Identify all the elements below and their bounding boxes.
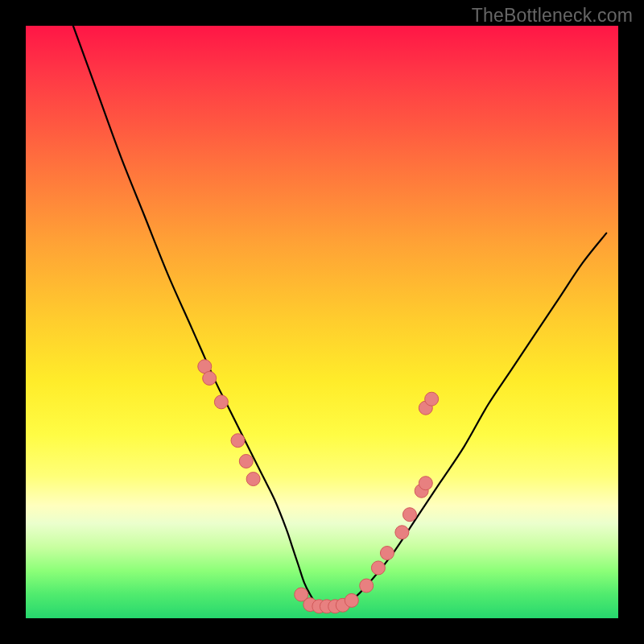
data-marker	[239, 454, 253, 468]
data-marker	[425, 392, 439, 406]
data-marker	[214, 395, 228, 409]
data-marker	[371, 561, 385, 575]
data-marker	[380, 547, 394, 560]
data-marker	[395, 526, 409, 539]
bottleneck-curve	[73, 26, 606, 607]
data-marker	[345, 593, 358, 607]
data-marker	[419, 477, 432, 490]
watermark-text: TheBottleneck.com	[472, 5, 633, 27]
curve-markers	[198, 360, 439, 613]
chart-frame	[26, 26, 618, 618]
data-marker	[203, 371, 217, 385]
chart-svg	[26, 26, 618, 618]
data-marker	[360, 579, 374, 592]
data-marker	[231, 434, 245, 448]
data-marker	[246, 473, 260, 486]
data-marker	[402, 508, 416, 522]
